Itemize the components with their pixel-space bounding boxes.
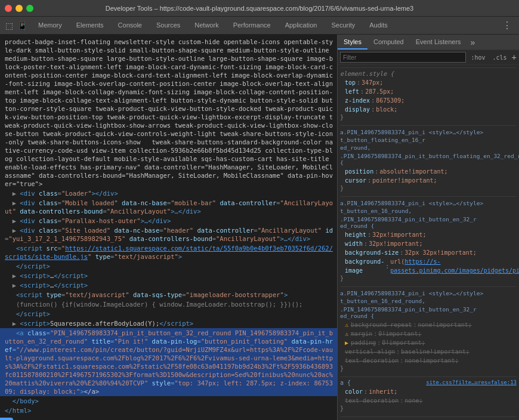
html-line: </html> <box>0 406 337 415</box>
tab-computed[interactable]: Computed <box>367 35 410 50</box>
prop-left: left: 287.5px; <box>345 87 517 96</box>
title-bar: Developer Tools – https://code-vault-pla… <box>0 0 519 17</box>
html-line: ▶ <script>…</script> <box>0 271 337 280</box>
style-rule-a1: a { site.css?filte…ures=false:13 color: … <box>340 376 517 412</box>
rule-properties: ⚠ background-repeat: none!important; ⚠ m… <box>340 320 517 365</box>
prop-height: height: 32px!important; <box>345 230 517 239</box>
traffic-lights <box>5 5 33 12</box>
element-indicator: a <box>0 418 13 420</box>
rule-close-brace: } <box>340 275 517 282</box>
prop-vertical-align: vertical-align: baseline!important; <box>345 347 517 356</box>
window-title: Developer Tools – https://code-vault-pla… <box>106 5 413 12</box>
html-line: <script type="text/javascript" data-sqs-… <box>0 290 337 299</box>
tab-performance[interactable]: Performance <box>226 17 278 34</box>
html-line: ▶ <div class="Mobile loaded" data-nc-bas… <box>0 198 337 216</box>
html-line: </body> <box>0 396 337 406</box>
html-line: ▶ <script>…</script> <box>0 280 337 290</box>
rule-properties: height: 32px!important; width: 32px!impo… <box>340 230 517 275</box>
rule-selector[interactable]: element.style { <box>340 70 517 77</box>
styles-tab-bar: Styles Computed Event Listeners » <box>338 35 519 50</box>
tab-console[interactable]: Console <box>111 17 149 34</box>
rule-selector[interactable]: a.PIN_1496758983374_pin_i <style>…</styl… <box>340 199 517 215</box>
tab-styles[interactable]: Styles <box>338 35 367 50</box>
styles-tab-more-button[interactable]: » <box>467 35 479 50</box>
style-rule-pin2: a.PIN_1496758983374_pin_i <style>…</styl… <box>340 196 517 282</box>
prop-top: top: 347px; <box>345 78 517 87</box>
rule-properties: top: 347px; left: 287.5px; z-index: 8675… <box>340 78 517 114</box>
style-rule-pin3: a.PIN_1496758983374_pin_i <style>…</styl… <box>340 286 517 372</box>
prop-color: color: inherit; <box>345 387 517 396</box>
tab-memory[interactable]: Memory <box>31 17 69 34</box>
rule-close-brace: } <box>340 185 517 192</box>
rule-selector[interactable]: a { site.css?filte…ures=false:13 <box>340 379 517 386</box>
styles-panel: Styles Computed Event Listeners » :hov .… <box>337 35 519 420</box>
prop-position: position: absolute!important; <box>345 167 517 176</box>
html-line: product-badge-inset-floating newsletter-… <box>0 37 337 189</box>
tab-application[interactable]: Application <box>278 17 325 34</box>
html-line: ▶ <div class="Parallax-host-outer">…</di… <box>0 216 337 226</box>
tab-audits[interactable]: Audits <box>362 17 395 34</box>
prop-text-decoration: text-decoration: none!important; <box>345 356 517 365</box>
warning-icon: ⚠ <box>345 329 348 338</box>
prop-cursor: cursor: pointer!important; <box>345 176 517 185</box>
html-line: ▶ <script>Squarespace.afterBodyLoad(Y);<… <box>0 319 337 328</box>
rule-selector[interactable]: a.PIN_1496758983374_pin_i <style>…</styl… <box>340 128 517 152</box>
prop-width: width: 32px!important; <box>345 239 517 248</box>
prop-bg-size: background-size: 32px 32px!important; <box>345 248 517 257</box>
prop-margin: ⚠ margin: 0!important; <box>345 329 517 338</box>
cls-filter-button[interactable]: .cls <box>490 54 509 61</box>
inspect-icon[interactable]: ⬚ <box>4 20 14 31</box>
selected-element-line[interactable]: <a class="PIN_1496758983374_pin_it_butto… <box>0 328 337 396</box>
tab-network[interactable]: Network <box>187 17 225 34</box>
filter-input[interactable] <box>340 52 466 63</box>
prop-padding: ▶ padding: 0!important; <box>345 338 517 347</box>
prop-text-dec: text-decoration: none; <box>345 396 517 405</box>
html-content: product-badge-inset-floating newsletter-… <box>0 35 337 418</box>
html-source-panel[interactable]: product-badge-inset-floating newsletter-… <box>0 35 337 420</box>
rule-properties: color: inherit; text-decoration: none; <box>340 387 517 405</box>
tab-icon-group: ⬚ 📱 <box>0 17 31 34</box>
source-link[interactable]: site.css?filte…ures=false:13 <box>426 379 517 386</box>
device-icon[interactable]: 📱 <box>17 20 27 31</box>
html-line: ▶ <div class="Loader"></div> <box>0 189 337 198</box>
tab-elements[interactable]: Elements <box>69 17 111 34</box>
html-line: </script> <box>0 261 337 271</box>
rule-subselector[interactable]: .PIN_1496758983374_pin_it_button_en_32_r… <box>340 216 517 229</box>
tab-sources[interactable]: Sources <box>149 17 187 34</box>
rule-subselector[interactable]: .PIN_1496758983374_pin_it_button_floatin… <box>340 153 517 166</box>
tab-event-listeners[interactable]: Event Listeners <box>410 35 467 50</box>
warning-icon: ▶ <box>345 338 348 347</box>
html-line: <script src="https://static1.squarespace… <box>0 243 337 261</box>
tab-security[interactable]: Security <box>324 17 362 34</box>
prop-bg-repeat: ⚠ background-repeat: none!important; <box>345 320 517 329</box>
maximize-button[interactable] <box>26 5 33 12</box>
prop-display: display: block; <box>345 105 517 114</box>
rule-subselector[interactable]: .PIN_1496758983374_pin_it_button_en_32_r… <box>340 306 517 319</box>
warning-icon: ⚠ <box>345 320 348 329</box>
html-line: ▶ <div class="Site loaded" data-nc-base=… <box>0 226 337 243</box>
more-options-button[interactable]: ⋮ <box>500 20 514 31</box>
main-area: product-badge-inset-floating newsletter-… <box>0 35 519 420</box>
filter-bar: :hov .cls + <box>338 50 519 65</box>
add-style-button[interactable]: + <box>512 52 517 62</box>
hov-filter-button[interactable]: :hov <box>468 54 487 61</box>
style-rule-pin1: a.PIN_1496758983374_pin_i <style>…</styl… <box>340 125 517 192</box>
prop-bg-image: background-image: url(https://s-passets.… <box>345 257 517 275</box>
tab-bar-right: ⋮ <box>500 17 519 34</box>
style-rule-element: element.style { top: 347px; left: 287.5p… <box>340 67 517 121</box>
html-line: (function() {if(window.ImageLoader) { wi… <box>0 299 337 309</box>
close-button[interactable] <box>5 5 12 12</box>
rule-close-brace: } <box>340 114 517 121</box>
minimize-button[interactable] <box>16 5 23 12</box>
rule-close-brace: } <box>340 405 517 412</box>
prop-zindex: z-index: 8675309; <box>345 96 517 105</box>
rule-close-brace: } <box>340 365 517 372</box>
rule-selector[interactable]: a.PIN_1496758983374_pin_i <style>…</styl… <box>340 289 517 305</box>
rule-properties: position: absolute!important; cursor: po… <box>340 167 517 185</box>
html-line: </script> <box>0 309 337 319</box>
styles-content[interactable]: element.style { top: 347px; left: 287.5p… <box>338 65 519 420</box>
tab-bar: ⬚ 📱 Memory Elements Console Sources Netw… <box>0 17 519 35</box>
bottom-bar: a <box>0 418 337 420</box>
style-rule-a2: a { site.css?filte…ures=false:3 backgrou… <box>340 416 517 420</box>
